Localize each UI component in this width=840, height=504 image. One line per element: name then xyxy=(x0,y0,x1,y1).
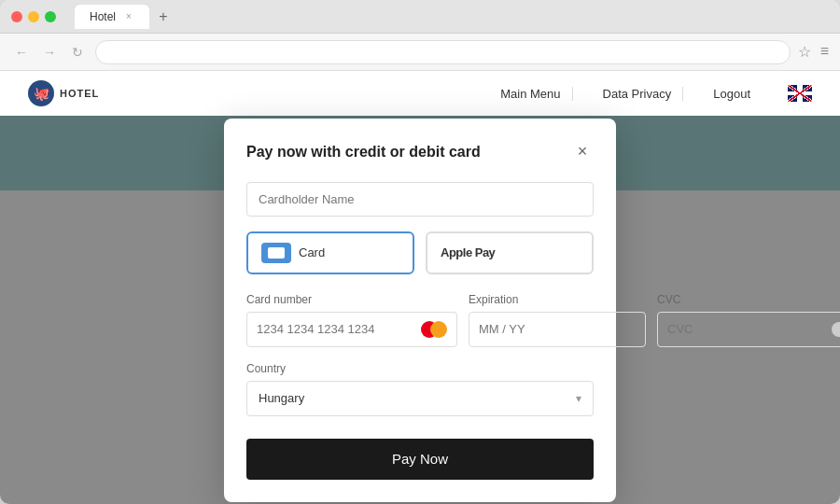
card-label: Card xyxy=(299,245,325,259)
card-number-label: Card number xyxy=(246,293,457,306)
fullscreen-button[interactable] xyxy=(45,11,56,22)
bookmark-icon[interactable]: ☆ xyxy=(798,43,811,61)
cvc-input[interactable] xyxy=(667,322,824,336)
card-payment-method[interactable]: Card xyxy=(246,231,414,274)
cvc-label: CVC xyxy=(657,293,840,306)
card-number-wrapper[interactable] xyxy=(246,312,457,347)
tab-title: Hotel xyxy=(90,10,116,23)
hotel-logo-icon: 🐙 xyxy=(28,80,54,106)
modal-header: Pay now with credit or debit card × xyxy=(246,141,594,163)
country-select[interactable]: Hungary ▾ xyxy=(246,381,594,416)
card-number-input[interactable] xyxy=(257,322,413,336)
card-details-row: Card number xyxy=(246,293,594,347)
payment-methods: Card Apple Pay xyxy=(246,231,594,274)
minimize-button[interactable] xyxy=(28,11,39,22)
nav-data-privacy[interactable]: Data Privacy xyxy=(592,87,684,101)
cvc-toggle[interactable] xyxy=(832,322,840,337)
back-button[interactable]: ← xyxy=(11,45,32,60)
hotel-logo: 🐙 HOTEL xyxy=(28,80,99,106)
cardholder-name-input[interactable] xyxy=(246,182,594,217)
toolbar-icons: ☆ ≡ xyxy=(798,43,829,61)
address-bar[interactable] xyxy=(95,40,791,64)
traffic-lights xyxy=(11,11,56,22)
chevron-down-icon: ▾ xyxy=(576,392,581,405)
modal-close-button[interactable]: × xyxy=(571,141,594,163)
country-label: Country xyxy=(246,362,594,375)
page-content: 🐙 HOTEL Main Menu Data Privacy Logout Pa… xyxy=(0,71,840,504)
hotel-body: Pay Now Pay now with credit or debit car… xyxy=(0,116,840,504)
mastercard-icon xyxy=(421,321,447,338)
browser-window: Hotel × + ← → ↻ ☆ ≡ 🐙 HOTEL Main Menu Da… xyxy=(0,0,840,504)
pay-now-label: Pay Now xyxy=(392,451,448,467)
card-icon xyxy=(261,243,291,263)
browser-tabs: Hotel × + xyxy=(75,5,174,29)
expiration-wrapper[interactable] xyxy=(469,312,646,347)
cvc-group: CVC xyxy=(657,293,840,347)
menu-icon[interactable]: ≡ xyxy=(820,43,829,61)
nav-logout[interactable]: Logout xyxy=(702,87,762,101)
expiration-label: Expiration xyxy=(469,293,646,306)
pay-now-button[interactable]: Pay Now xyxy=(246,439,594,480)
hotel-website: 🐙 HOTEL Main Menu Data Privacy Logout Pa… xyxy=(0,71,840,504)
reload-button[interactable]: ↻ xyxy=(67,45,88,60)
browser-titlebar: Hotel × + xyxy=(0,0,840,34)
payment-modal: Pay now with credit or debit card × xyxy=(224,119,616,502)
expiration-input[interactable] xyxy=(479,322,636,336)
hotel-header: 🐙 HOTEL Main Menu Data Privacy Logout xyxy=(0,71,840,116)
card-icon-inner xyxy=(268,247,285,259)
apple-pay-payment-method[interactable]: Apple Pay xyxy=(426,231,594,274)
mc-orange-circle xyxy=(430,321,447,338)
cvc-wrapper[interactable] xyxy=(657,312,840,347)
active-tab[interactable]: Hotel × xyxy=(75,5,149,29)
language-flag-icon[interactable] xyxy=(788,85,812,102)
modal-overlay: Pay now with credit or debit card × xyxy=(0,116,840,504)
forward-button[interactable]: → xyxy=(39,45,60,60)
apple-pay-icon: Apple Pay xyxy=(441,245,495,259)
browser-toolbar: ← → ↻ ☆ ≡ xyxy=(0,34,840,71)
new-tab-button[interactable]: + xyxy=(153,7,174,27)
country-section: Country Hungary ▾ xyxy=(246,362,594,416)
hotel-logo-text: HOTEL xyxy=(60,88,99,99)
country-value: Hungary xyxy=(259,391,304,405)
expiration-group: Expiration xyxy=(469,293,646,347)
close-button[interactable] xyxy=(11,11,22,22)
nav-main-menu[interactable]: Main Menu xyxy=(489,87,572,101)
modal-title: Pay now with credit or debit card xyxy=(246,144,481,161)
tab-close-icon[interactable]: × xyxy=(123,11,134,22)
toggle-track xyxy=(832,322,840,337)
card-number-group: Card number xyxy=(246,293,457,347)
